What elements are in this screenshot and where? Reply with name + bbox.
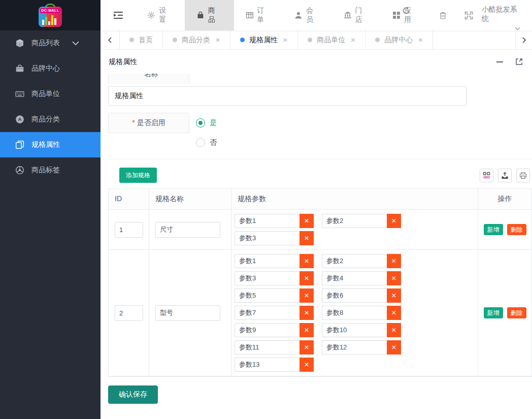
row-add-button[interactable]: 新增 [484,224,503,235]
param-input[interactable] [235,340,300,354]
column-header-name: 规格名称 [149,189,231,210]
column-settings-button[interactable] [480,169,493,182]
nav-item-settings[interactable]: 设置 [136,0,185,30]
spec-name-input[interactable] [108,86,467,106]
row-actions-cell: 新增 删除 [478,250,532,376]
row-delete-button[interactable]: 删除 [507,307,526,318]
panel-expand-button[interactable] [515,58,523,66]
param-remove-button[interactable] [387,214,401,228]
nav-item-label: 订单 [257,6,271,24]
param-remove-button[interactable] [387,323,401,337]
row-add-button[interactable]: 新增 [484,307,503,318]
param-item [235,288,314,303]
param-remove-button[interactable] [300,340,314,354]
sidebar-item-goods-category[interactable]: A 商品分类 [0,107,101,132]
app-logo: DC-MALL [39,4,62,27]
sidebar-item-brand-center[interactable]: 品牌中心 [0,56,101,81]
param-remove-button[interactable] [300,231,314,245]
tab-close-icon[interactable] [350,37,355,44]
param-remove-button[interactable] [300,288,314,303]
param-input[interactable] [322,323,387,337]
tab-goods-unit[interactable]: 商品单位 [298,30,365,49]
recycle-bin-button[interactable] [430,0,456,30]
table-row: 新增 删除 [109,250,532,376]
nav-item-orders[interactable]: 订单 [234,0,283,30]
param-input[interactable] [235,358,300,372]
add-spec-button[interactable]: 添加规格 [119,168,157,183]
tab-close-icon[interactable] [283,37,288,44]
tab-label: 首页 [139,36,153,45]
tab-close-icon[interactable] [215,37,220,44]
nav-item-members[interactable]: 会员 [283,0,332,30]
refresh-overlay-icon [402,7,410,15]
param-input[interactable] [322,214,387,228]
tab-label: 规格属性 [249,36,278,45]
param-input[interactable] [235,271,300,285]
param-input[interactable] [322,306,387,320]
enable-field-label: 是否启用 [108,113,189,133]
param-input[interactable] [322,254,387,268]
param-input[interactable] [322,340,387,354]
table-grid-icon [246,11,254,19]
param-input[interactable] [322,271,387,285]
param-remove-button[interactable] [300,306,314,320]
tab-goods-category[interactable]: 商品分类 [163,30,230,49]
logo-block[interactable]: DC-MALL [0,0,101,30]
row-name-input[interactable] [155,222,220,238]
system-title-dropdown[interactable]: 小酷批发系统 [482,0,532,30]
sidebar-item-goods-tag[interactable]: 商品标签 [0,157,101,183]
tab-close-icon[interactable] [418,37,423,44]
nav-item-stores[interactable]: 门店 [332,0,381,30]
tabs-scroll-right-button[interactable] [515,30,532,49]
row-id-input[interactable] [115,222,143,238]
param-remove-button[interactable] [387,306,401,320]
tabs-scroll-left-button[interactable] [101,30,120,49]
tab-home[interactable]: 首页 [120,30,163,49]
param-remove-button[interactable] [387,254,401,268]
param-remove-button[interactable] [300,254,314,268]
param-input[interactable] [322,288,387,303]
sidebar-collapse-button[interactable] [101,0,136,30]
param-remove-button[interactable] [387,288,401,303]
param-input[interactable] [235,254,300,268]
fullscreen-expand-icon [464,11,473,20]
row-id-input[interactable] [115,305,143,321]
table-header-row: ID 规格名称 规格参数 操作 [109,189,532,210]
param-remove-button[interactable] [387,271,401,285]
tab-brand-center[interactable]: 品牌中心 [365,30,433,49]
param-input[interactable] [235,214,300,228]
tab-spec-attribute[interactable]: 规格属性 [230,30,298,49]
content-area: 名称 是否启用 是 否 [101,74,532,419]
fullscreen-button[interactable] [456,0,482,30]
param-remove-button[interactable] [300,214,314,228]
param-remove-button[interactable] [387,340,401,354]
param-remove-button[interactable] [300,271,314,285]
main-area: 设置 商品 订单 会员 [101,0,532,419]
radio-option-no[interactable]: 否 [196,133,217,152]
param-input[interactable] [235,288,300,303]
apps-grid-icon [392,11,401,19]
row-name-input[interactable] [155,305,220,321]
panel-minimize-button[interactable] [496,61,503,62]
param-item [235,214,314,228]
param-input[interactable] [235,231,300,245]
logo-bars-icon [42,15,58,25]
param-input[interactable] [235,323,300,337]
row-delete-button[interactable]: 删除 [507,224,526,235]
sidebar-item-goods-unit[interactable]: 商品单位 [0,81,101,107]
param-input[interactable] [235,306,300,320]
row-actions-cell: 新增 删除 [478,210,532,250]
export-button[interactable] [498,169,512,182]
param-remove-button[interactable] [300,323,314,337]
nav-item-goods[interactable]: 商品 [185,0,234,30]
print-button[interactable] [516,169,530,182]
sidebar-item-spec-attribute[interactable]: 规格属性 [0,132,101,157]
radio-option-yes[interactable]: 是 [196,113,217,133]
sidebar-item-goods-list[interactable]: 商品列表 [0,30,101,56]
confirm-save-button[interactable]: 确认保存 [108,385,158,404]
trash-icon [439,11,447,20]
param-item [235,323,314,337]
keyboard-icon [15,89,24,99]
param-remove-button[interactable] [300,358,314,372]
nav-item-apps[interactable]: 应用 [381,0,430,30]
